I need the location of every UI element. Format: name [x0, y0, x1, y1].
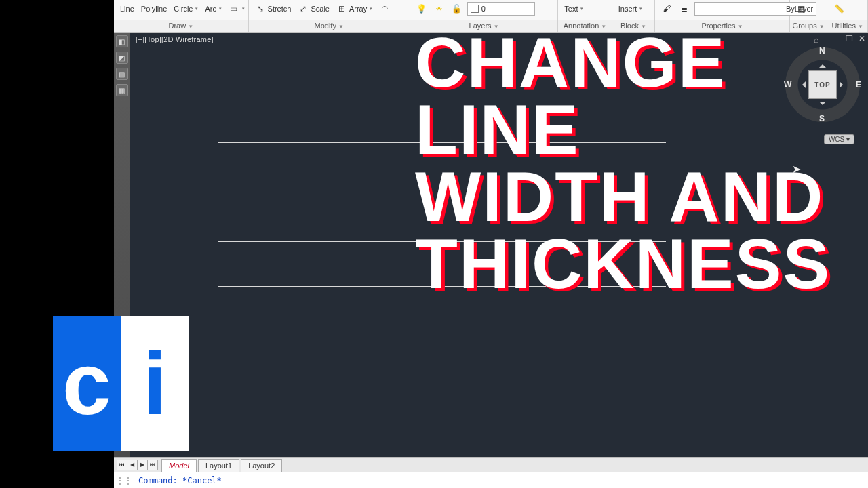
panel-annotation: Text▾ Annotation ▼: [558, 0, 612, 32]
panel-utilities: 📏 Utilities ▼: [827, 0, 868, 32]
vertical-toolbar: ◧ ◩ ▤ ▦: [114, 33, 130, 457]
modify-scale[interactable]: ⤢Scale: [296, 3, 332, 15]
annotation-text[interactable]: Text▾: [562, 4, 585, 14]
viewcube-e[interactable]: E: [856, 80, 861, 89]
panel-block: Insert▾ Block ▼: [612, 0, 656, 32]
viewcube-face[interactable]: TOP: [808, 70, 837, 99]
vt-btn-2[interactable]: ◩: [116, 52, 128, 64]
viewcube-n[interactable]: N: [819, 46, 825, 56]
viewcube-ring[interactable]: TOP N E S W: [785, 47, 860, 122]
group-icon: ▦: [796, 3, 807, 14]
drawn-line-2[interactable]: [218, 186, 666, 186]
viewcube[interactable]: ⌂ TOP N E S W: [785, 47, 860, 122]
autocad-window: Line Polyline Circle▾ Arc▾ ▭▾ Draw ▼ ⤡St…: [114, 0, 868, 488]
arrow-down-icon[interactable]: [819, 102, 826, 108]
doc-restore[interactable]: ❐: [846, 34, 853, 43]
layer-combo[interactable]: 0: [467, 2, 535, 16]
vt-btn-3[interactable]: ▤: [116, 68, 128, 80]
measure-icon: 📏: [833, 3, 844, 14]
scale-icon: ⤢: [298, 3, 309, 14]
viewcube-w[interactable]: W: [784, 80, 791, 89]
modify-fillet-icon[interactable]: ◠: [377, 3, 392, 15]
drawn-line-4[interactable]: [218, 286, 666, 287]
arrow-up-icon[interactable]: [819, 61, 826, 68]
command-line[interactable]: ⋮⋮ Command: *Cancel*: [114, 472, 868, 488]
tab-nav-first[interactable]: ⏮: [117, 460, 127, 470]
ucs-icon: └─ ×: [144, 434, 176, 445]
panel-properties: 🖌 ≣ ByLayer Properties ▼: [655, 0, 790, 32]
work-area: ◧ ◩ ▤ ▦ [−][Top][2D Wireframe] — ❐ ✕ ➤ └…: [114, 33, 868, 457]
panel-title-block[interactable]: Block ▼: [612, 20, 655, 32]
panel-layers: 💡 ☀ 🔓 0 Layers ▼: [410, 0, 558, 32]
panel-groups: ▦ Groups ▼: [790, 0, 828, 32]
layer-lock-icon[interactable]: 🔓: [450, 3, 465, 15]
layout-tabs: ⏮ ◀ ▶ ⏭ Model Layout1 Layout2: [114, 457, 868, 472]
draw-rectangle-icon[interactable]: ▭▾: [226, 3, 247, 15]
wcs-button[interactable]: WCS ▾: [824, 134, 854, 144]
panel-title-modify[interactable]: Modify ▼: [249, 20, 410, 32]
layer-color-swatch: [471, 5, 479, 13]
arrow-left-icon[interactable]: [799, 81, 806, 88]
panel-title-utilities[interactable]: Utilities ▼: [827, 20, 867, 32]
panel-title-groups[interactable]: Groups ▼: [790, 20, 827, 32]
panel-title-draw[interactable]: Draw ▼: [114, 20, 248, 32]
draw-polyline[interactable]: Polyline: [139, 4, 170, 14]
tab-model[interactable]: Model: [161, 459, 197, 472]
command-grip-icon[interactable]: ⋮⋮: [114, 472, 134, 488]
layer-sun-icon[interactable]: ☀: [432, 3, 447, 15]
doc-close[interactable]: ✕: [859, 34, 865, 43]
tab-layout2[interactable]: Layout2: [241, 459, 282, 472]
tab-nav-next[interactable]: ▶: [137, 460, 148, 470]
draw-arc[interactable]: Arc▾: [203, 4, 224, 14]
modify-array[interactable]: ⊞Array▾: [334, 3, 374, 15]
modify-stretch[interactable]: ⤡Stretch: [253, 3, 294, 15]
vt-btn-1[interactable]: ◧: [116, 35, 128, 47]
cursor-icon: ➤: [792, 163, 802, 176]
props-match-icon[interactable]: 🖌: [659, 3, 674, 15]
tab-layout1[interactable]: Layout1: [198, 459, 239, 472]
draw-circle[interactable]: Circle▾: [172, 4, 200, 14]
command-text: Command: *Cancel*: [134, 476, 222, 485]
stretch-icon: ⤡: [255, 3, 266, 14]
panel-draw: Line Polyline Circle▾ Arc▾ ▭▾ Draw ▼: [114, 0, 249, 32]
layer-bulb-icon[interactable]: 💡: [414, 3, 429, 15]
draw-line[interactable]: Line: [118, 4, 136, 14]
arrow-right-icon[interactable]: [840, 81, 846, 88]
ribbon: Line Polyline Circle▾ Arc▾ ▭▾ Draw ▼ ⤡St…: [114, 0, 868, 33]
drawn-line-1[interactable]: [218, 142, 666, 143]
viewcube-s[interactable]: S: [819, 114, 825, 123]
tab-nav-last[interactable]: ⏭: [147, 460, 158, 470]
panel-title-properties[interactable]: Properties ▼: [655, 20, 789, 32]
drawn-line-3[interactable]: [218, 241, 666, 242]
block-insert[interactable]: Insert▾: [616, 4, 645, 14]
utilities-measure[interactable]: 📏: [831, 3, 846, 15]
home-icon[interactable]: ⌂: [814, 35, 818, 45]
panel-title-annotation[interactable]: Annotation ▼: [558, 20, 611, 32]
groups-group[interactable]: ▦: [794, 3, 809, 15]
drawing-canvas[interactable]: [−][Top][2D Wireframe] — ❐ ✕ ➤ └─ × ⌂ TO…: [130, 33, 868, 457]
viewport-label[interactable]: [−][Top][2D Wireframe]: [136, 35, 214, 43]
logo-left: c: [53, 316, 121, 451]
doc-window-controls: — ❐ ✕: [832, 34, 865, 43]
array-icon: ⊞: [336, 3, 347, 14]
vt-btn-4[interactable]: ▦: [116, 84, 128, 96]
props-lines-icon[interactable]: ≣: [677, 3, 692, 15]
tab-nav-prev[interactable]: ◀: [127, 460, 138, 470]
panel-title-layers[interactable]: Layers ▼: [410, 20, 557, 32]
panel-modify: ⤡Stretch ⤢Scale ⊞Array▾ ◠ Modify ▼: [249, 0, 410, 32]
doc-minimize[interactable]: —: [832, 34, 840, 43]
